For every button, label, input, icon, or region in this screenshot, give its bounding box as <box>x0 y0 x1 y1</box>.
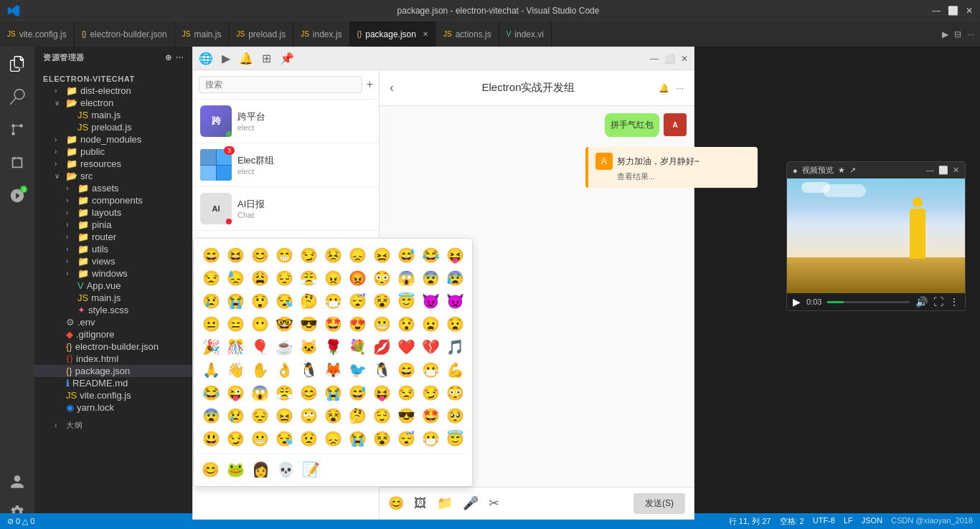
emoji-special-2[interactable]: 🐸 <box>225 459 247 480</box>
window-controls[interactable]: — ⬜ ✕ <box>932 6 973 16</box>
emoji-cell[interactable]: 😬 <box>248 428 271 449</box>
play-icon[interactable]: ▶ <box>222 52 230 65</box>
emoji-cell[interactable]: 🙄 <box>297 405 320 426</box>
emoji-cell[interactable]: 😷 <box>321 290 344 312</box>
emoji-cell[interactable]: 😨 <box>419 267 442 289</box>
emoji-special-5[interactable]: 📝 <box>300 459 322 480</box>
tab-main-js[interactable]: JS main.js <box>175 22 230 47</box>
tree-item-node-modules[interactable]: › 📁 node_modules <box>34 133 192 146</box>
emoji-cell[interactable]: 😇 <box>443 428 466 449</box>
emoji-cell[interactable]: 😒 <box>395 382 418 404</box>
emoji-cell[interactable]: 😵 <box>370 428 393 449</box>
more-actions-icon[interactable]: ··· <box>176 53 184 62</box>
pin-icon[interactable]: 📌 <box>280 52 294 65</box>
emoji-cell[interactable]: 😱 <box>395 267 418 289</box>
emoji-cell[interactable]: 😭 <box>224 290 247 312</box>
tree-item-readme[interactable]: ℹ README.md <box>34 377 192 389</box>
maximize-button[interactable]: ⬜ <box>948 6 958 16</box>
emoji-cell[interactable]: 🙏 <box>199 359 222 381</box>
account-icon[interactable] <box>7 472 27 492</box>
emoji-cell[interactable]: 😤 <box>297 267 320 289</box>
emoji-cell[interactable]: 😞 <box>321 428 344 449</box>
emoji-cell[interactable]: 😝 <box>370 382 393 404</box>
emoji-cell[interactable]: 💪 <box>443 359 466 381</box>
emoji-cell[interactable]: 🐦 <box>346 359 369 381</box>
crop-toolbar-icon[interactable]: ✂ <box>489 495 499 511</box>
explorer-icon[interactable] <box>7 54 27 74</box>
emoji-cell[interactable]: 😳 <box>443 382 466 404</box>
bell-icon[interactable]: 🔔 <box>239 52 253 65</box>
tree-item-app-vue[interactable]: V App.vue <box>34 280 192 292</box>
chat-list-item-2[interactable]: 3 Elec群组 elect <box>193 143 379 187</box>
emoji-cell[interactable]: 😭 <box>321 382 344 404</box>
chat-close-button[interactable]: ✕ <box>681 54 688 64</box>
emoji-cell[interactable]: 😒 <box>199 267 222 289</box>
emoji-cell[interactable]: 😭 <box>346 428 369 449</box>
emoji-cell[interactable]: 😇 <box>395 290 418 312</box>
split-editor-icon[interactable]: ⊟ <box>954 29 961 39</box>
emoji-cell[interactable]: 👌 <box>273 359 296 381</box>
emoji-cell[interactable]: 😏 <box>297 244 320 266</box>
emoji-cell[interactable]: 😟 <box>297 428 320 449</box>
tree-item-public[interactable]: › 📁 public <box>34 146 192 158</box>
run-icon[interactable]: ▶ <box>942 29 948 39</box>
emoji-cell[interactable]: 🤔 <box>297 290 320 312</box>
spaces-indicator[interactable]: 空格: 2 <box>780 516 804 527</box>
emoji-cell[interactable]: 😐 <box>199 313 222 335</box>
emoji-cell[interactable]: 😂 <box>419 244 442 266</box>
chat-list-item-3[interactable]: AI AI日报 Chat <box>193 187 379 231</box>
video-play-button[interactable]: ▶ <box>793 296 801 308</box>
emoji-cell[interactable]: 😑 <box>224 313 247 335</box>
emoji-cell[interactable]: 😱 <box>248 382 271 404</box>
search-activity-icon[interactable] <box>7 87 27 107</box>
tab-electron-builder[interactable]: {} electron-builder.json <box>75 22 175 47</box>
tab-index-vi[interactable]: V index.vi <box>499 22 552 47</box>
folder-toolbar-icon[interactable]: 📁 <box>437 495 453 511</box>
emoji-cell[interactable]: 👋 <box>224 359 247 381</box>
more-tabs-icon[interactable]: ··· <box>967 29 974 39</box>
emoji-cell[interactable]: 😩 <box>248 267 271 289</box>
emoji-cell[interactable]: ❤️ <box>395 336 418 358</box>
emoji-cell[interactable]: 😆 <box>224 244 247 266</box>
image-toolbar-icon[interactable]: 🖼 <box>414 496 427 511</box>
tree-item-main-js[interactable]: JS main.js <box>34 109 192 121</box>
emoji-cell[interactable]: 😶 <box>248 313 271 335</box>
emoji-toolbar-icon[interactable]: 😊 <box>388 495 404 511</box>
emoji-cell[interactable]: 😬 <box>370 313 393 335</box>
emoji-cell[interactable]: 😖 <box>370 244 393 266</box>
minimize-button[interactable]: — <box>932 6 941 16</box>
tree-item-utils[interactable]: › 📁 utils <box>34 243 192 255</box>
tab-preload[interactable]: JS preload.js <box>229 22 293 47</box>
emoji-cell[interactable]: 😨 <box>199 405 222 426</box>
emoji-cell[interactable]: 😔 <box>273 267 296 289</box>
emoji-cell[interactable]: 😪 <box>273 290 296 312</box>
share-icon[interactable]: ↗ <box>849 166 856 175</box>
emoji-cell[interactable]: 😏 <box>224 428 247 449</box>
emoji-cell[interactable]: 😠 <box>321 267 344 289</box>
emoji-cell[interactable]: 😪 <box>273 428 296 449</box>
line-col-indicator[interactable]: 行 11, 列 27 <box>729 516 771 527</box>
extensions-icon[interactable] <box>7 153 27 173</box>
emoji-cell[interactable]: 💔 <box>419 336 442 358</box>
emoji-cell[interactable]: 😄 <box>395 359 418 381</box>
tree-item-electron[interactable]: ∨ 📂 electron <box>34 97 192 109</box>
emoji-cell[interactable]: 😏 <box>419 382 442 404</box>
emoji-cell[interactable]: 😞 <box>346 244 369 266</box>
emoji-cell[interactable]: 🤓 <box>273 313 296 335</box>
send-button[interactable]: 发送(S) <box>633 493 685 514</box>
back-button[interactable]: ‹ <box>390 80 394 95</box>
chat-search-input[interactable] <box>199 76 362 93</box>
tree-item-components[interactable]: › 📁 components <box>34 194 192 206</box>
emoji-special-4[interactable]: 💀 <box>275 459 297 480</box>
emoji-cell[interactable]: 😔 <box>248 405 271 426</box>
emoji-cell[interactable]: 🤩 <box>321 313 344 335</box>
emoji-special-3[interactable]: 👩 <box>250 459 272 480</box>
emoji-cell[interactable]: 😰 <box>443 267 466 289</box>
emoji-cell[interactable]: 🎊 <box>224 336 247 358</box>
emoji-cell[interactable]: 🐱 <box>297 336 320 358</box>
emoji-cell[interactable]: 😅 <box>346 382 369 404</box>
source-control-icon[interactable] <box>7 120 27 140</box>
emoji-cell[interactable]: 😤 <box>273 382 296 404</box>
tab-actions[interactable]: JS actions.js <box>436 22 499 47</box>
emoji-cell[interactable]: 🎵 <box>443 336 466 358</box>
